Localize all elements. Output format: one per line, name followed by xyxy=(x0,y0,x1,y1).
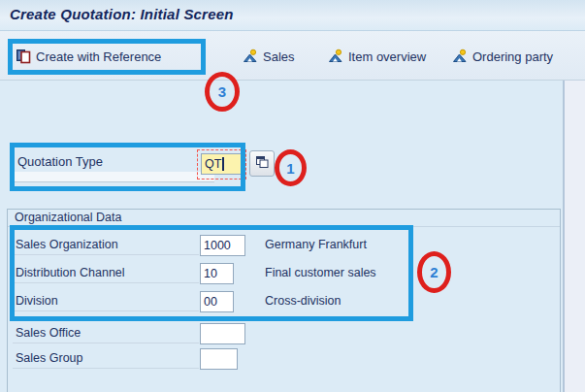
sap-create-quotation-window: Create Quotation: Initial Screen Create … xyxy=(0,0,585,392)
item-overview-label: Item overview xyxy=(348,49,426,64)
sales-group-input[interactable] xyxy=(200,348,238,370)
client-area-right-edge xyxy=(563,81,585,392)
distribution-channel-description: Final customer sales xyxy=(265,266,376,279)
create-with-reference-label: Create with Reference xyxy=(36,49,161,64)
sales-organization-input[interactable]: 1000 xyxy=(200,235,245,256)
division-description: Cross-division xyxy=(265,294,341,308)
sales-office-label: Sales Office xyxy=(16,326,81,340)
quotation-type-label-underline xyxy=(13,172,214,182)
quotation-type-label: Quotation Type xyxy=(17,154,103,169)
ordering-party-button[interactable]: Ordering party xyxy=(452,45,553,68)
person-icon xyxy=(452,49,468,64)
copy-document-icon xyxy=(16,49,31,64)
organizational-data-title: Organizational Data xyxy=(15,211,121,224)
distribution-channel-value: 10 xyxy=(204,267,217,280)
sales-label: Sales xyxy=(263,49,295,64)
application-toolbar: Create with Reference Sales Item ove xyxy=(0,31,585,81)
window-titlebar: Create Quotation: Initial Screen xyxy=(0,0,585,31)
division-label: Division xyxy=(16,294,58,308)
sales-organization-value: 1000 xyxy=(204,239,231,252)
person-icon xyxy=(243,49,258,64)
sales-organization-description: Germany Frankfurt xyxy=(265,238,367,251)
sales-organization-label: Sales Organization xyxy=(16,238,118,251)
ordering-party-label: Ordering party xyxy=(472,49,553,64)
quotation-type-dropdown-button[interactable] xyxy=(249,150,275,177)
distribution-channel-label: Distribution Channel xyxy=(16,266,125,279)
text-cursor xyxy=(222,157,224,171)
item-overview-button[interactable]: Item overview xyxy=(328,45,426,68)
marker-number: 1 xyxy=(286,160,294,177)
create-with-reference-button[interactable]: Create with Reference xyxy=(16,45,161,68)
sales-button[interactable]: Sales xyxy=(243,45,295,68)
quotation-type-value: QT xyxy=(205,157,221,171)
groupbox-header-divider xyxy=(8,226,560,227)
sales-group-label: Sales Group xyxy=(16,351,82,365)
matchcode-icon xyxy=(255,155,269,173)
quotation-type-input[interactable]: QT xyxy=(201,153,244,175)
division-value: 00 xyxy=(204,295,217,309)
annotation-marker-1: 1 xyxy=(275,149,307,186)
page-title: Create Quotation: Initial Screen xyxy=(0,0,585,22)
distribution-channel-input[interactable]: 10 xyxy=(200,263,234,284)
division-input[interactable]: 00 xyxy=(200,291,234,312)
marker-number: 3 xyxy=(218,83,226,100)
sales-office-input[interactable] xyxy=(200,323,245,344)
person-icon xyxy=(328,49,343,64)
